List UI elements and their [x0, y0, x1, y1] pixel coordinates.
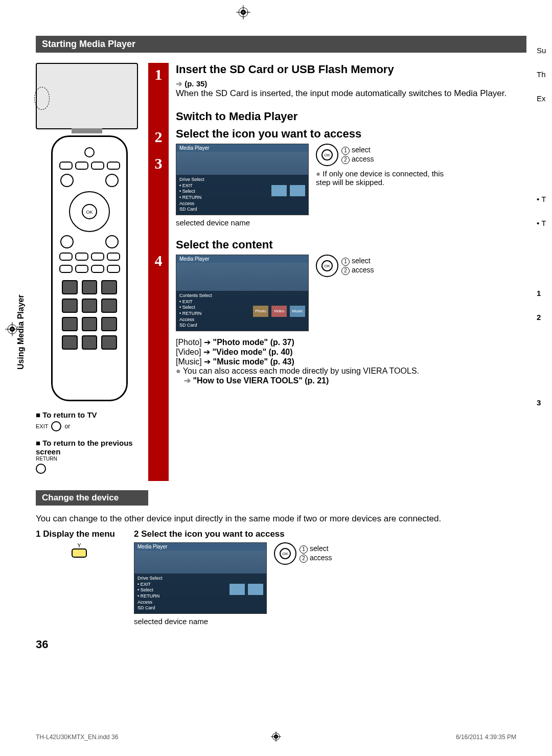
return-button-icon — [36, 464, 46, 474]
music-tab: Music — [290, 306, 305, 317]
viera-note: You can also access each mode directly b… — [176, 366, 526, 376]
registration-mark-top — [236, 5, 250, 19]
tv-illustration — [36, 63, 138, 129]
step-1: Insert the SD Card or USB Flash Memory (… — [176, 63, 526, 99]
ok-pad-icon: OK — [316, 255, 338, 277]
ok-button-icon: OK — [82, 204, 97, 219]
cd-caption: selected device name — [134, 617, 267, 626]
cd-step1-label: 1 Display the menu — [36, 529, 123, 539]
ok-select-label: select — [300, 544, 332, 554]
ok-pad-icon: OK — [316, 144, 338, 166]
ok-select-label: select — [341, 257, 374, 266]
step-1-title: Insert the SD Card or USB Flash Memory — [176, 63, 526, 76]
ok-access-label: access — [341, 155, 374, 164]
return-button-icon — [105, 235, 119, 248]
step-3-title: Select the icon you want to access — [176, 127, 526, 141]
step-3-caption: selected device name — [176, 218, 309, 227]
return-to-tv-hint: To return to TV EXIT or — [36, 410, 143, 431]
section-heading: Starting Media Player — [36, 36, 526, 53]
exit-button-icon — [51, 421, 61, 431]
sd-slot-highlight — [34, 87, 50, 110]
video-tab: Video — [271, 306, 287, 317]
step-2: Switch to Media Player — [176, 110, 526, 123]
cd-step2-label: 2 Select the icon you want to access — [134, 529, 526, 539]
step-4-title: Select the content — [176, 238, 526, 251]
step-2-title: Switch to Media Player — [176, 110, 526, 123]
step-3: Select the icon you want to access Media… — [176, 127, 526, 227]
step-4: Select the content Media Player Contents… — [176, 238, 526, 385]
change-device-heading: Change the device — [36, 490, 148, 506]
step-number-rail: 1 2 3 4 — [148, 63, 169, 481]
change-device-body: You can change to the other device input… — [36, 514, 526, 524]
page-number: 36 — [36, 638, 48, 651]
info-button-icon — [60, 174, 74, 187]
ok-access-label: access — [341, 266, 374, 275]
next-page-clip: Su Th Ex • T • T 1 2 3 — [537, 46, 552, 506]
footer-timestamp: 6/16/2011 4:39:35 PM — [456, 734, 516, 741]
contents-select-screen: Media Player Contents Select • EXIT • Se… — [176, 255, 309, 331]
drive-select-screen: Media Player Drive Select • EXIT • Selec… — [176, 144, 309, 215]
step-3-note: If only one device is connected, this st… — [316, 169, 449, 187]
viera-ref: "How to Use VIERA TOOLS" (p. 21) — [184, 376, 526, 385]
dpad-icon: OK — [69, 191, 110, 232]
step-1-page-ref: (p. 35) — [176, 79, 526, 88]
footer-file: TH-L42U30KMTX_EN.indd 36 — [36, 734, 118, 741]
photo-tab: Photo — [253, 306, 268, 317]
registration-mark-bottom — [271, 731, 281, 742]
ok-select-label: select — [341, 146, 374, 155]
ok-pad-icon: OK — [274, 542, 296, 565]
remote-illustration: OK — [51, 135, 128, 401]
cd-drive-select-screen: Media Player Drive Select • EXIT• Select… — [134, 542, 267, 614]
side-tab-label: Using Media Player — [16, 294, 26, 370]
step-1-body: When the SD Card is inserted, the input … — [176, 88, 526, 99]
yellow-button-icon — [72, 548, 87, 558]
return-prev-hint: To return to the previous screen RETURN — [36, 439, 143, 474]
ok-access-label: access — [300, 554, 332, 563]
